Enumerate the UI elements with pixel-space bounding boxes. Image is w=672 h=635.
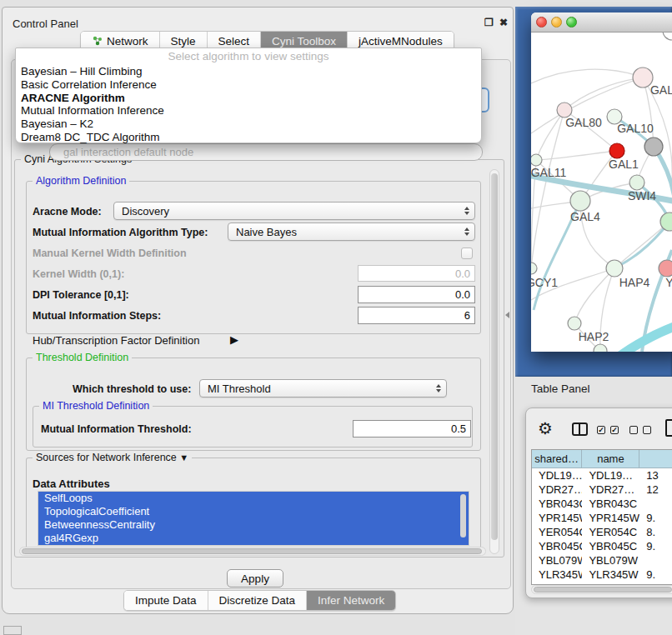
table-row[interactable]: YBR045CYBR045C9.: [532, 539, 672, 553]
network-node-y[interactable]: [659, 260, 672, 277]
network-node[interactable]: [609, 143, 624, 158]
select-all-checkboxes-icon[interactable]: ✓: [597, 426, 605, 434]
close-window-icon[interactable]: [536, 17, 547, 28]
mi-algorithm-type-value: Naive Bayes: [236, 226, 297, 238]
close-panel-icon[interactable]: ✖: [499, 17, 508, 28]
dropdown-item-aracne-algorithm[interactable]: ARACNE Algorithm: [16, 92, 481, 105]
data-attributes-list[interactable]: SelfLoopsTopologicalCoefficientBetweenne…: [38, 491, 469, 546]
table-cell: YPR145W: [582, 512, 639, 524]
gear-icon[interactable]: ⚙: [538, 420, 553, 437]
mi-threshold-field[interactable]: 0.5: [353, 420, 471, 438]
settings-horizontal-scrollbar[interactable]: [19, 547, 486, 556]
settings-vertical-scrollbar[interactable]: [489, 169, 499, 554]
network-node-hap2[interactable]: [568, 317, 581, 330]
clear-checkboxes-icon[interactable]: [643, 426, 651, 434]
which-threshold-select[interactable]: MI Threshold: [199, 379, 447, 398]
expand-triangle-icon[interactable]: ▶: [230, 333, 238, 346]
tab-label: Impute Data: [135, 594, 197, 607]
table-cell: YDL19…: [582, 469, 639, 482]
zoom-window-icon[interactable]: [566, 17, 577, 28]
dropdown-item-basic-correlation-inference[interactable]: Basic Correlation Inference: [16, 78, 481, 92]
apply-button[interactable]: Apply: [227, 569, 283, 588]
aracne-mode-select[interactable]: Discovery: [113, 202, 475, 220]
network-canvas[interactable]: GALGAL80GAL10GAL11GAL1SWI4GAL4GCY1HAP4YH…: [531, 32, 672, 352]
table-horizontal-scrollbar[interactable]: [531, 585, 672, 594]
aracne-mode-label: Aracne Mode:: [33, 206, 102, 218]
table-cell: 9.: [639, 540, 672, 552]
dropdown-placeholder: Select algorithm to view settings: [16, 48, 481, 65]
table-row[interactable]: YPR145WYPR145W9.: [532, 511, 672, 525]
mi-algorithm-type-select[interactable]: Naive Bayes: [228, 222, 475, 241]
dropdown-item-mutual-information-inference[interactable]: Mutual Information Inference: [16, 104, 481, 118]
export-table-icon[interactable]: [665, 419, 672, 437]
attribute-item-betweennesscentrality[interactable]: BetweennessCentrality: [38, 518, 469, 532]
node-table[interactable]: shared…name YDL19…YDL19…13YDR27…YDR27…12…: [531, 449, 672, 585]
mi-threshold-label: Mutual Information Threshold:: [41, 423, 192, 435]
dropdown-item-bayesian-hill-climbing[interactable]: Bayesian – Hill Climbing: [16, 65, 481, 78]
dock-panel-icon[interactable]: [3, 626, 22, 635]
network-window-titlebar[interactable]: [531, 12, 672, 32]
float-panel-icon[interactable]: ❐: [484, 17, 494, 28]
control-panel-title: Control Panel: [13, 18, 78, 30]
table-cell: YER054C: [582, 526, 639, 538]
attribute-item-selfloops[interactable]: SelfLoops: [38, 492, 469, 505]
node-label-gal80: GAL80: [565, 116, 602, 129]
stepper-arrows-icon: [464, 207, 469, 215]
splitter-collapse-icon[interactable]: [505, 312, 509, 318]
split-columns-icon[interactable]: [572, 422, 588, 436]
column-header-name[interactable]: name: [582, 450, 639, 468]
table-combobox[interactable]: gal interaction default node: [49, 143, 483, 161]
select-all-checkboxes-icon[interactable]: ✓: [610, 426, 619, 434]
tab-discretize-data[interactable]: Discretize Data: [208, 591, 308, 610]
table-body: YDL19…YDL19…13YDR27…YDR27…12YBR043CYBR04…: [532, 468, 672, 585]
network-node-gal1[interactable]: [629, 175, 644, 190]
node-label-swi4: SWI4: [628, 189, 656, 202]
minimize-window-icon[interactable]: [551, 17, 562, 28]
column-header-shared-[interactable]: shared…: [532, 450, 582, 468]
network-node[interactable]: [663, 32, 672, 40]
network-node[interactable]: [644, 138, 663, 156]
network-node-gcy1[interactable]: [531, 262, 537, 274]
which-threshold-label: Which threshold to use:: [73, 383, 191, 395]
kernel-width-field[interactable]: 0.0: [358, 265, 475, 282]
sources-group-title: Sources for Network Inference ▼: [33, 452, 192, 463]
table-cell: YBR045C: [532, 540, 582, 552]
tab-label: Style: [171, 35, 196, 48]
table-row[interactable]: YDR27…YDR27…12: [532, 482, 672, 497]
table-row[interactable]: YBL079WYBL079W: [532, 553, 672, 568]
table-cell: YLR345W: [582, 568, 639, 581]
table-cell: YBL079W: [532, 554, 582, 567]
attribute-item-topologicalcoefficient[interactable]: TopologicalCoefficient: [38, 505, 469, 518]
dpi-tolerance-field[interactable]: 0.0: [358, 286, 475, 303]
table-cell: YPR145W: [532, 512, 582, 524]
table-row[interactable]: YER054CYER054C8.: [532, 525, 672, 539]
network-node-gal11[interactable]: [531, 154, 542, 166]
mi-steps-label: Mutual Information Steps:: [33, 310, 161, 322]
collapse-triangle-icon[interactable]: ▼: [179, 452, 188, 462]
network-node-hap4[interactable]: [606, 260, 623, 277]
table-cell: YBL079W: [582, 554, 639, 567]
table-row[interactable]: YDL19…YDL19…13: [532, 468, 672, 482]
table-cell: 13: [639, 469, 672, 482]
manual-kernel-width-checkbox[interactable]: [461, 248, 473, 259]
dropdown-item-bayesian-k2[interactable]: Bayesian – K2: [16, 118, 481, 131]
network-node[interactable]: [594, 344, 607, 352]
table-row[interactable]: YBR043CYBR043C: [532, 497, 672, 511]
node-label-gal4: GAL4: [570, 210, 600, 223]
tab-infer-network[interactable]: Infer Network: [307, 591, 395, 610]
tab-label: Cyni Toolbox: [272, 35, 336, 48]
mi-steps-field[interactable]: 6: [358, 307, 475, 324]
stepper-arrows-icon: [436, 384, 441, 392]
algorithm-dropdown-list: Bayesian – Hill ClimbingBasic Correlatio…: [16, 65, 481, 144]
tab-impute-data[interactable]: Impute Data: [124, 591, 208, 610]
attributes-list-scrollbar[interactable]: [460, 494, 466, 538]
network-node-gal4[interactable]: [570, 191, 590, 211]
column-header-2[interactable]: [639, 450, 672, 468]
hub-definition-label[interactable]: Hub/Transcription Factor Definition: [33, 334, 199, 347]
clear-checkboxes-icon[interactable]: [629, 426, 638, 434]
dropdown-item-dream8-dc-tdc-algorithm[interactable]: Dream8 DC_TDC Algorithm: [16, 131, 481, 144]
table-row[interactable]: YLR345WYLR345W9.: [532, 568, 672, 582]
attribute-item-gal4rgexp[interactable]: gal4RGexp: [38, 532, 469, 545]
node-label-gal: GAL: [650, 83, 672, 97]
node-label-gal1: GAL1: [609, 158, 639, 171]
